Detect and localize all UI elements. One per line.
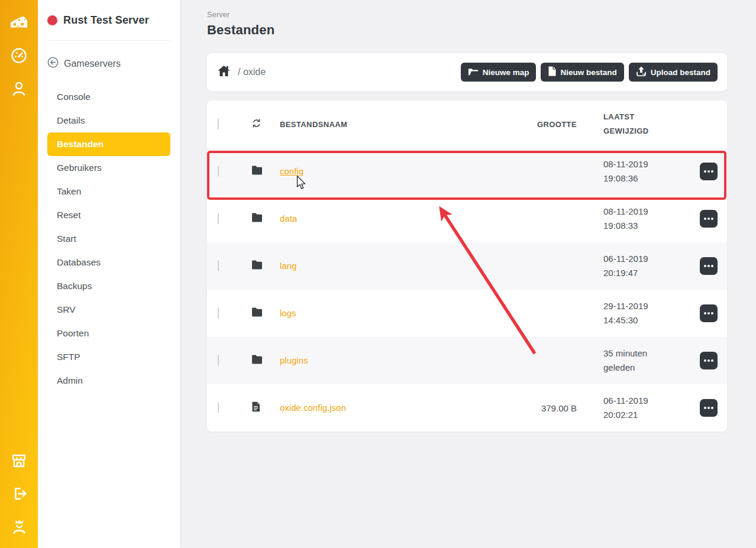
file-table: BESTANDSNAAM GROOTTE LAATST GEWIJZIGD co…: [207, 100, 727, 432]
file-icon: [548, 66, 556, 78]
user-account-icon[interactable]: [9, 79, 28, 98]
folder-icon: [251, 213, 280, 225]
breadcrumb[interactable]: / oxide: [238, 67, 266, 77]
row-checkbox[interactable]: [218, 213, 219, 224]
file-link[interactable]: lang: [280, 261, 296, 271]
column-header-size[interactable]: GROOTTE: [512, 120, 577, 129]
row-actions-button[interactable]: [700, 163, 718, 180]
nav-item-srv[interactable]: SRV: [47, 298, 170, 322]
nav-item-start[interactable]: Start: [47, 227, 170, 251]
upload-icon: [636, 66, 647, 78]
dashboard-gauge-icon[interactable]: [9, 46, 28, 65]
row-checkbox[interactable]: [218, 355, 219, 366]
row-checkbox[interactable]: [218, 307, 219, 319]
nav-item-bestanden[interactable]: Bestanden: [47, 132, 170, 156]
file-size: 379.00 B: [512, 403, 577, 413]
table-row-data: data 08-11-201919:08:33: [207, 195, 727, 242]
server-nav: Console Details Bestanden Gebruikers Tak…: [38, 85, 180, 393]
nav-item-taken[interactable]: Taken: [47, 180, 170, 203]
row-checkbox[interactable]: [218, 166, 219, 177]
nav-item-console[interactable]: Console: [47, 85, 170, 109]
nav-item-gebruikers[interactable]: Gebruikers: [47, 156, 170, 180]
server-sidebar: Rust Test Server Gameservers Console Det…: [38, 0, 180, 548]
file-link[interactable]: logs: [280, 308, 296, 318]
table-row-config: config 08-11-201919:08:36: [207, 148, 727, 195]
new-folder-label: Nieuwe map: [483, 68, 529, 77]
folder-icon: [251, 166, 280, 177]
back-link-label: Gameservers: [64, 59, 121, 69]
page-title: Bestanden: [207, 22, 727, 38]
home-icon[interactable]: [217, 64, 231, 80]
file-link[interactable]: plugins: [280, 355, 308, 365]
file-toolbar: / oxide Nieuwe map Nieuw bestand Upload …: [207, 53, 727, 91]
new-folder-button[interactable]: Nieuwe map: [461, 63, 537, 82]
row-actions-button[interactable]: [700, 210, 718, 228]
sidebar-divider: [47, 40, 170, 41]
row-actions-button[interactable]: [700, 257, 718, 275]
folder-icon: [251, 260, 280, 272]
new-file-button[interactable]: Nieuw bestand: [541, 63, 623, 82]
store-icon[interactable]: [9, 451, 28, 470]
file-lines-icon: [251, 401, 280, 414]
file-link[interactable]: oxide.config.json: [280, 403, 346, 413]
row-actions-button[interactable]: [700, 304, 718, 322]
new-file-label: Nieuw bestand: [560, 68, 616, 77]
file-modified: 08-11-201919:08:33: [603, 205, 700, 233]
column-header-modified[interactable]: LAATST GEWIJZIGD: [603, 110, 670, 138]
file-link[interactable]: data: [280, 213, 297, 223]
server-name: Rust Test Server: [63, 14, 149, 27]
server-status-dot: [47, 15, 57, 25]
table-row-plugins: plugins 35 minutengeleden: [207, 337, 727, 384]
folder-icon: [251, 355, 280, 367]
admin-user-icon[interactable]: [9, 517, 28, 536]
cheese-logo-icon[interactable]: [9, 13, 28, 32]
back-to-gameservers-link[interactable]: Gameservers: [47, 57, 170, 70]
main-content: Server Bestanden / oxide Nieuwe map Nieu…: [180, 0, 756, 548]
select-all-checkbox[interactable]: [218, 118, 219, 129]
file-modified: 08-11-201919:08:36: [603, 157, 700, 186]
nav-item-details[interactable]: Details: [47, 109, 170, 132]
logout-icon[interactable]: [9, 484, 28, 503]
row-checkbox[interactable]: [218, 402, 219, 413]
back-arrow-icon: [47, 57, 59, 70]
nav-item-reset[interactable]: Reset: [47, 203, 170, 227]
file-link[interactable]: config: [280, 166, 303, 176]
page-eyebrow: Server: [207, 10, 727, 19]
nav-item-poorten[interactable]: Poorten: [47, 322, 170, 345]
table-row-oxide-config-json: oxide.config.json 379.00 B 06-11-201920:…: [207, 384, 727, 432]
column-header-name[interactable]: BESTANDSNAAM: [280, 120, 512, 129]
file-modified: 29-11-201914:45:30: [603, 299, 700, 327]
folder-open-icon: [468, 67, 479, 78]
refresh-icon[interactable]: [251, 118, 280, 131]
upload-file-label: Upload bestand: [651, 68, 710, 77]
table-row-logs: logs 29-11-201914:45:30: [207, 290, 727, 337]
file-modified: 06-11-201920:19:47: [603, 252, 700, 280]
row-actions-button[interactable]: [700, 399, 718, 417]
file-modified: 35 minutengeleden: [603, 346, 700, 375]
file-modified: 06-11-201920:02:21: [603, 394, 700, 422]
row-checkbox[interactable]: [218, 260, 219, 271]
nav-item-sftp[interactable]: SFTP: [47, 345, 170, 369]
server-header: Rust Test Server: [38, 0, 180, 40]
row-actions-button[interactable]: [700, 352, 718, 369]
upload-file-button[interactable]: Upload bestand: [629, 63, 718, 82]
table-row-lang: lang 06-11-201920:19:47: [207, 242, 727, 290]
folder-icon: [251, 307, 280, 319]
nav-item-databases[interactable]: Databases: [47, 251, 170, 274]
nav-item-backups[interactable]: Backups: [47, 274, 170, 298]
table-header-row: BESTANDSNAAM GROOTTE LAATST GEWIJZIGD: [207, 100, 727, 148]
nav-item-admin[interactable]: Admin: [47, 369, 170, 393]
icon-rail: [0, 0, 38, 548]
